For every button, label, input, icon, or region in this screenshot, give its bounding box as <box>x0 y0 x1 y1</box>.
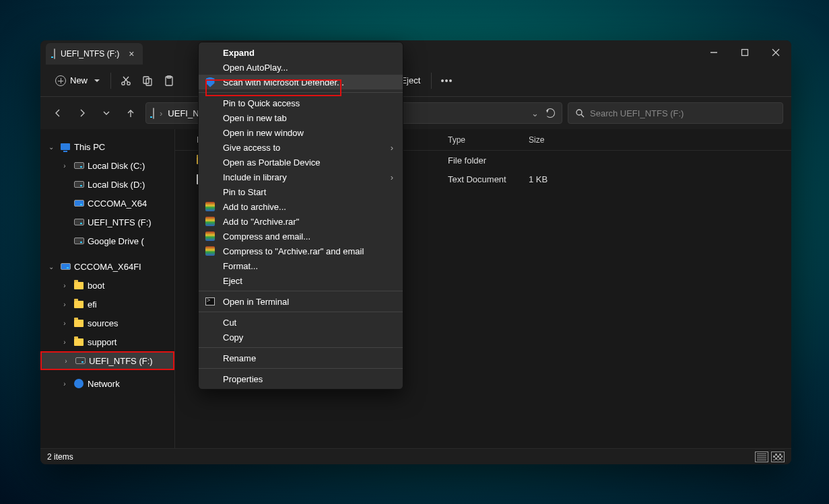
ctx-separator <box>199 347 403 348</box>
ctx-separator <box>199 291 403 291</box>
drive-icon <box>61 263 71 270</box>
chevron-down-icon[interactable]: ⌄ <box>531 108 539 118</box>
ctx-cut[interactable]: Cut <box>199 315 403 330</box>
window-minimize[interactable] <box>698 40 729 65</box>
shield-icon <box>206 77 215 87</box>
ctx-new-tab[interactable]: Open in new tab <box>199 110 403 125</box>
ctx-autoplay[interactable]: Open AutoPlay... <box>199 60 403 75</box>
svg-point-5 <box>127 81 130 84</box>
ctx-pin-start[interactable]: Pin to Start <box>199 184 403 199</box>
ctx-eject[interactable]: Eject <box>199 273 403 288</box>
sidebar-network[interactable]: › Network <box>40 374 174 393</box>
ctx-properties[interactable]: Properties <box>199 371 403 386</box>
ctx-defender[interactable]: Scan with Microsoft Defender... <box>199 75 403 89</box>
ctx-new-window[interactable]: Open in new window <box>199 125 403 140</box>
search-icon <box>575 108 585 118</box>
ctx-give-access[interactable]: Give access to› <box>199 140 403 155</box>
sidebar-cccoma[interactable]: CCCOMA_X64 <box>40 194 174 213</box>
search-placeholder: Search UEFI_NTFS (F:) <box>590 108 684 118</box>
nav-up[interactable] <box>121 104 140 122</box>
rar-icon <box>205 217 215 226</box>
ctx-copy[interactable]: Copy <box>199 330 403 345</box>
nav-forward[interactable] <box>73 104 92 122</box>
drive-icon <box>74 162 84 169</box>
svg-point-12 <box>442 79 444 81</box>
view-grid-button[interactable] <box>771 452 785 462</box>
submenu-arrow-icon: › <box>391 172 393 182</box>
pc-icon <box>61 143 70 150</box>
eject-label: Eject <box>401 75 420 85</box>
drive-icon <box>74 238 84 244</box>
address-row: › UEFI_NTFS ⌄ Search UEFI_NTFS (F:) <box>40 97 791 129</box>
ctx-separator <box>199 312 403 312</box>
ctx-separator <box>199 368 403 369</box>
titlebar: UEFI_NTFS (F:) × <box>40 40 791 65</box>
view-details-button[interactable] <box>755 452 768 462</box>
context-menu: Expand Open AutoPlay... Scan with Micros… <box>198 42 403 390</box>
network-icon <box>74 379 84 388</box>
svg-rect-1 <box>742 50 748 56</box>
col-type[interactable]: Type <box>448 135 529 145</box>
drive-icon <box>153 108 154 118</box>
col-size[interactable]: Size <box>529 135 583 145</box>
tab-title: UEFI_NTFS (F:) <box>61 49 119 59</box>
sidebar-sources[interactable]: › sources <box>40 314 174 332</box>
cut-icon[interactable] <box>115 70 137 92</box>
sidebar-drive-c[interactable]: › Local Disk (C:) <box>40 156 174 175</box>
ctx-expand[interactable]: Expand <box>199 45 403 60</box>
ctx-compress-rar-email[interactable]: Compress to "Archive.rar" and email <box>199 244 403 258</box>
nav-back[interactable] <box>48 104 67 122</box>
sidebar-cccoma-full[interactable]: ⌄ CCCOMA_X64FI <box>40 257 174 276</box>
explorer-window: UEFI_NTFS (F:) × New w Eject <box>40 40 791 464</box>
plus-icon <box>55 75 66 86</box>
rar-icon <box>205 246 215 256</box>
ctx-format[interactable]: Format... <box>199 258 403 273</box>
rar-icon <box>205 231 215 241</box>
sidebar-this-pc[interactable]: ⌄ This PC <box>40 137 174 156</box>
submenu-arrow-icon: › <box>391 143 393 153</box>
more-button[interactable] <box>436 70 457 92</box>
tab-close-icon[interactable]: × <box>129 48 134 59</box>
breadcrumb-sep: › <box>160 108 162 118</box>
new-button[interactable]: New <box>48 71 106 90</box>
sidebar-support[interactable]: › support <box>40 332 174 351</box>
ctx-portable[interactable]: Open as Portable Device <box>199 155 403 170</box>
ctx-terminal[interactable]: Open in Terminal <box>199 294 403 309</box>
ctx-compress-email[interactable]: Compress and email... <box>199 229 403 244</box>
folder-icon <box>74 338 84 346</box>
drive-icon <box>54 49 55 59</box>
sidebar: ⌄ This PC › Local Disk (C:) Local Disk (… <box>40 129 175 448</box>
folder-icon <box>74 282 84 289</box>
drive-icon <box>75 357 86 364</box>
sidebar-boot[interactable]: › boot <box>40 276 174 295</box>
drive-icon <box>74 219 84 225</box>
svg-point-4 <box>122 81 125 84</box>
window-close[interactable] <box>760 40 791 65</box>
ctx-add-archive[interactable]: Add to archive... <box>199 199 403 214</box>
svg-line-6 <box>124 77 129 82</box>
window-maximize[interactable] <box>729 40 760 65</box>
sidebar-uefi-selected[interactable]: › UEFI_NTFS (F:) <box>40 351 174 370</box>
svg-point-14 <box>450 79 452 81</box>
sidebar-efi[interactable]: › efi <box>40 295 174 314</box>
terminal-icon <box>205 297 215 305</box>
search-input[interactable]: Search UEFI_NTFS (F:) <box>568 102 783 124</box>
drive-icon <box>74 181 84 188</box>
sidebar-uefi[interactable]: UEFI_NTFS (F:) <box>40 213 174 231</box>
ctx-separator <box>199 92 403 93</box>
svg-line-17 <box>581 114 584 117</box>
copy-icon[interactable] <box>137 70 158 92</box>
ctx-pin-quick[interactable]: Pin to Quick access <box>199 96 403 110</box>
refresh-icon[interactable] <box>545 108 555 118</box>
ctx-add-rar[interactable]: Add to "Archive.rar" <box>199 214 403 229</box>
sidebar-gdrive[interactable]: Google Drive ( <box>40 231 174 250</box>
nav-recent[interactable] <box>97 104 116 122</box>
status-text: 2 items <box>47 452 73 462</box>
svg-point-16 <box>576 110 582 115</box>
paste-icon[interactable] <box>158 70 180 92</box>
sidebar-drive-d[interactable]: Local Disk (D:) <box>40 175 174 194</box>
tab-uefi[interactable]: UEFI_NTFS (F:) × <box>46 43 143 65</box>
status-bar: 2 items <box>40 448 791 464</box>
ctx-library[interactable]: Include in library› <box>199 170 403 184</box>
ctx-rename[interactable]: Rename <box>199 351 403 365</box>
